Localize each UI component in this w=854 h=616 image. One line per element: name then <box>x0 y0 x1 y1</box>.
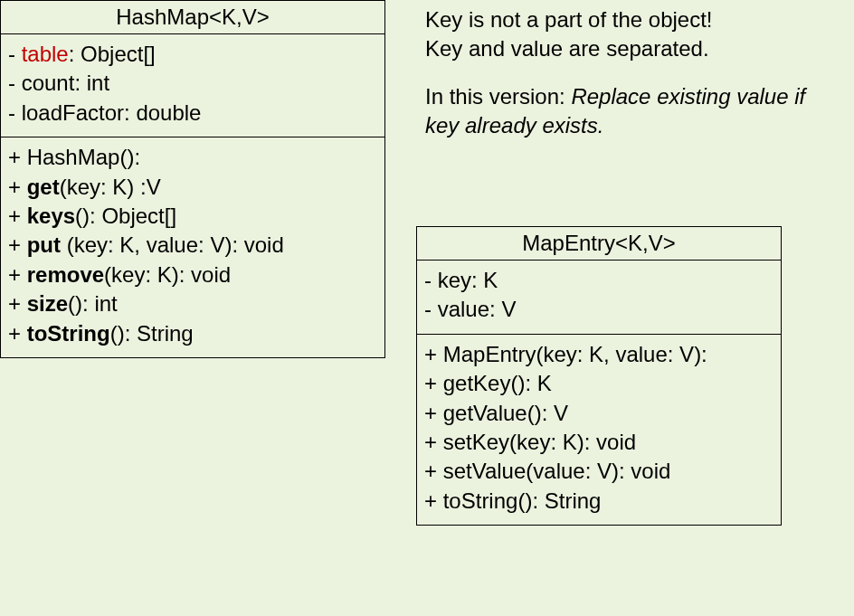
op-vis: + <box>8 204 27 228</box>
op-name: getKey <box>443 371 511 395</box>
attr-type: : V <box>489 297 516 321</box>
op-vis: + <box>424 342 443 366</box>
op-name: toString <box>27 321 110 346</box>
op-name: keys <box>27 204 75 228</box>
uml-class-hashmap: HashMap<K,V> - table: Object[] - count: … <box>0 0 385 358</box>
uml-title-mapentry: MapEntry<K,V> <box>417 227 781 261</box>
op-sig: (): int <box>68 291 118 316</box>
uml-attr: - key: K <box>424 266 773 295</box>
attr-type: : Object[] <box>69 42 156 66</box>
op-sig: (key: K) :V <box>60 175 161 199</box>
note-line: Key is not a part of the object! <box>425 7 713 32</box>
uml-op: + remove(key: K): void <box>8 261 377 289</box>
uml-attr: - table: Object[] <box>8 40 377 69</box>
uml-op: + setValue(value: V): void <box>424 457 773 486</box>
op-vis: + <box>8 291 27 316</box>
attr-name: value <box>438 297 489 321</box>
attr-type: : int <box>74 71 109 95</box>
op-sig: (): K <box>510 371 551 395</box>
attr-vis: - <box>424 297 438 321</box>
note-line: Key and value are separated. <box>425 36 709 61</box>
op-name: toString <box>443 488 518 513</box>
op-vis: + <box>424 401 443 425</box>
attr-name: count <box>22 71 75 95</box>
op-vis: + <box>8 145 27 169</box>
note-paragraph: Key is not a part of the object! Key and… <box>425 5 832 64</box>
uml-op: + toString(): String <box>8 319 377 348</box>
op-sig: (): String <box>517 488 601 513</box>
uml-operations-hashmap: + HashMap(): + get(key: K) :V + keys(): … <box>1 137 384 357</box>
op-name: HashMap <box>27 145 120 169</box>
attr-vis: - <box>424 268 438 292</box>
attr-vis: - <box>8 71 22 95</box>
uml-title-hashmap: HashMap<K,V> <box>1 1 384 34</box>
op-sig: (key: K, value: V): void <box>67 232 284 257</box>
uml-op: + size(): int <box>8 289 377 318</box>
uml-op: + keys(): Object[] <box>8 202 377 231</box>
uml-class-mapentry: MapEntry<K,V> - key: K - value: V + MapE… <box>416 226 782 526</box>
uml-op: + get(key: K) :V <box>8 173 377 202</box>
op-sig: (value: V): void <box>526 459 670 483</box>
attr-name: loadFactor <box>22 100 124 125</box>
op-vis: + <box>424 459 443 483</box>
op-name: getValue <box>443 401 527 425</box>
op-vis: + <box>424 488 443 513</box>
op-name: put <box>27 232 67 257</box>
attr-vis: - <box>8 100 22 125</box>
uml-operations-mapentry: + MapEntry(key: K, value: V): + getKey()… <box>417 334 781 525</box>
op-name: setKey <box>443 430 509 454</box>
op-sig: (key: K): void <box>509 430 636 454</box>
attr-name: key <box>438 268 471 292</box>
uml-attr: - loadFactor: double <box>8 99 377 128</box>
op-sig: (): <box>119 145 140 169</box>
notes-block: Key is not a part of the object! Key and… <box>425 5 832 159</box>
uml-attributes-hashmap: - table: Object[] - count: int - loadFac… <box>1 34 384 137</box>
note-line: In this version: <box>425 84 571 109</box>
attr-type: : double <box>124 100 201 125</box>
op-vis: + <box>424 371 443 395</box>
op-sig: (): V <box>527 401 568 425</box>
op-sig: (): String <box>110 321 194 346</box>
op-vis: + <box>8 175 27 199</box>
op-vis: + <box>8 262 27 287</box>
attr-name: table <box>22 42 69 66</box>
uml-attr: - count: int <box>8 69 377 98</box>
uml-op: + toString(): String <box>424 487 773 516</box>
op-vis: + <box>424 430 443 454</box>
uml-op: + HashMap(): <box>8 143 377 172</box>
op-name: setValue <box>443 459 527 483</box>
op-sig: (key: K): void <box>104 262 231 287</box>
op-vis: + <box>8 321 27 346</box>
uml-op: + MapEntry(key: K, value: V): <box>424 340 773 369</box>
note-paragraph: In this version: Replace existing value … <box>425 82 832 141</box>
uml-op: + getValue(): V <box>424 399 773 428</box>
attr-vis: - <box>8 42 22 66</box>
uml-attributes-mapentry: - key: K - value: V <box>417 261 781 334</box>
uml-attr: - value: V <box>424 295 773 324</box>
op-name: size <box>27 291 68 316</box>
attr-type: : K <box>471 268 498 292</box>
uml-op: + setKey(key: K): void <box>424 428 773 457</box>
op-sig: (key: K, value: V): <box>536 342 707 366</box>
op-vis: + <box>8 232 27 257</box>
op-name: get <box>27 175 60 199</box>
uml-op: + put (key: K, value: V): void <box>8 231 377 260</box>
op-sig: (): Object[] <box>75 204 176 228</box>
uml-op: + getKey(): K <box>424 369 773 398</box>
op-name: MapEntry <box>443 342 536 366</box>
op-name: remove <box>27 262 104 287</box>
